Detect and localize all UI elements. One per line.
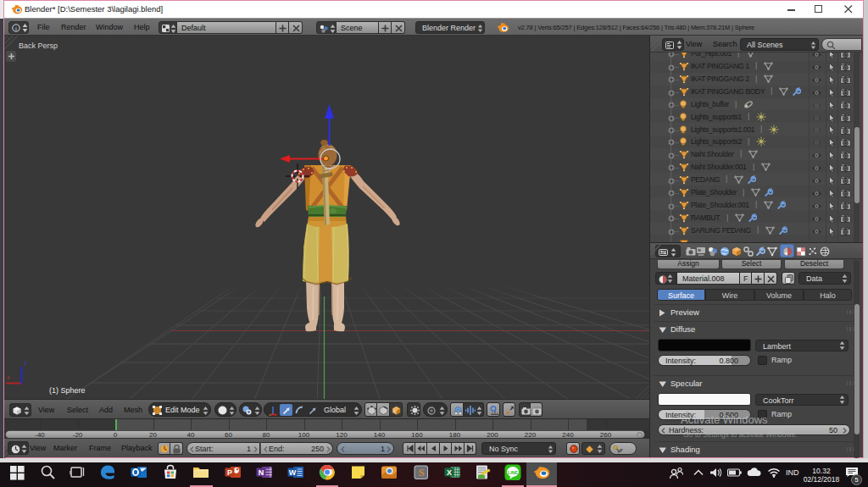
svg-text:W: W — [289, 468, 297, 477]
svg-text:X: X — [447, 468, 452, 477]
svg-text:S: S — [419, 467, 425, 479]
svg-text:i: i — [15, 25, 17, 31]
svg-text:x: x — [7, 374, 10, 380]
svg-text:P: P — [227, 468, 232, 477]
svg-text:LINE: LINE — [508, 470, 518, 475]
svg-text:N: N — [259, 468, 264, 477]
svg-text:z: z — [24, 360, 27, 366]
